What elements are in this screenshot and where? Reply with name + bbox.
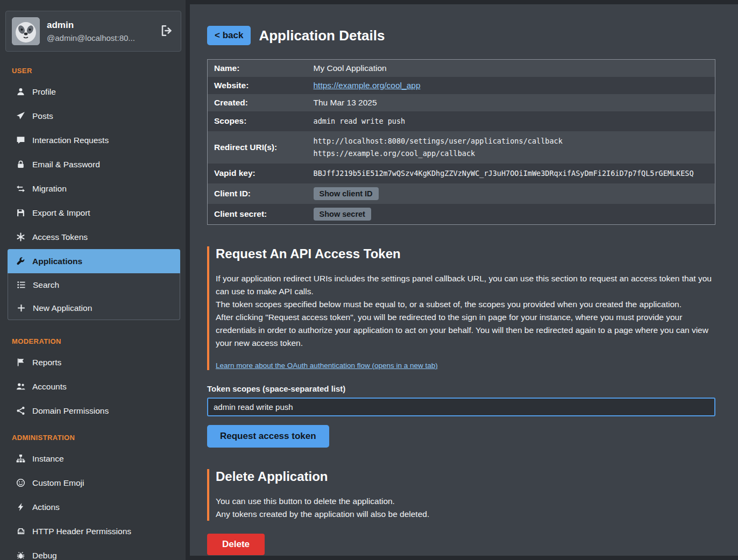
user-handle: @admin@localhost:80... [47, 33, 135, 42]
settings-sidebar: admin @admin@localhost:80... USER Profil… [0, 0, 186, 560]
network-icon [16, 527, 25, 536]
token-scopes-input[interactable] [207, 398, 715, 416]
request-token-paragraph-3: After clicking "Request access token", y… [216, 311, 715, 350]
page-title: Application Details [259, 27, 385, 44]
redirect-uri-2: https://example.org/cool_app/callback [314, 147, 709, 160]
delete-paragraph-2: Any tokens created by the application wi… [216, 508, 715, 521]
name-label: Name: [208, 60, 307, 77]
request-token-paragraph-2: The token scopes specified below must be… [216, 298, 715, 311]
section-heading-moderation: MODERATION [0, 327, 186, 350]
table-row: Redirect URI(s): http://localhost:8080/s… [208, 131, 715, 164]
table-row: Created: Thu Mar 13 2025 [208, 94, 715, 111]
sidebar-item-accounts[interactable]: Accounts [0, 374, 186, 399]
sidebar-item-custom-emoji[interactable]: Custom Emoji [0, 471, 186, 495]
wrench-icon [16, 257, 25, 266]
token-scopes-field-label: Token scopes (space-separated list) [207, 384, 715, 393]
scopes-label: Scopes: [208, 111, 307, 131]
vapid-value: BBJffJ219b5iE512m7wQSzv4KgKDhgZZVzNyWC_r… [307, 164, 715, 183]
delete-button[interactable]: Delete [207, 534, 265, 555]
app-details-table: Name: My Cool Application Website: https… [207, 59, 715, 225]
sidebar-item-access-tokens[interactable]: Access Tokens [0, 225, 186, 249]
redirect-values: http://localhost:8080/settings/user/appl… [307, 131, 715, 164]
bug-icon [16, 551, 25, 560]
sidebar-item-email-password[interactable]: Email & Password [0, 152, 186, 176]
sidebar-item-instance[interactable]: Instance [0, 446, 186, 471]
website-link[interactable]: https://example.org/cool_app [314, 81, 421, 90]
table-row: Scopes: admin read write push [208, 111, 715, 131]
sidebar-item-domain-permissions[interactable]: Domain Permissions [0, 399, 186, 423]
table-row: Website: https://example.org/cool_app [208, 77, 715, 94]
delete-application-section: Delete Application You can use this butt… [207, 469, 715, 521]
applications-submenu: Search New Application [8, 273, 180, 320]
delete-paragraph-1: You can use this button to delete the ap… [216, 495, 715, 508]
sidebar-item-new-application[interactable]: New Application [8, 296, 180, 320]
created-value: Thu Mar 13 2025 [307, 94, 715, 111]
sidebar-item-applications-search[interactable]: Search [8, 273, 180, 296]
table-row: Client ID: Show client ID [208, 183, 715, 204]
sidebar-item-reports[interactable]: Reports [0, 350, 186, 374]
plus-icon [17, 303, 26, 313]
lock-icon [16, 160, 25, 169]
sidebar-item-http-header-permissions[interactable]: HTTP Header Permissions [0, 519, 186, 543]
client-id-label: Client ID: [208, 183, 307, 204]
table-row: Client secret: Show secret [208, 204, 715, 225]
applications-nav-block: Applications Search New Application [8, 249, 180, 320]
request-token-section: Request An API Access Token If your appl… [207, 246, 715, 370]
sidebar-item-export-import[interactable]: Export & Import [0, 201, 186, 225]
delete-application-heading: Delete Application [216, 469, 715, 484]
request-token-paragraph-1: If your application redirect URIs includ… [216, 272, 715, 298]
redirect-label: Redirect URI(s): [208, 131, 307, 164]
back-button[interactable]: < back [207, 26, 251, 45]
sidebar-item-migration[interactable]: Migration [0, 176, 186, 201]
client-secret-label: Client secret: [208, 204, 307, 225]
paper-plane-icon [16, 111, 25, 120]
arrows-left-right-icon [16, 184, 25, 193]
list-icon [17, 280, 26, 289]
floppy-icon [16, 208, 25, 217]
website-label: Website: [208, 77, 307, 94]
bolt-icon [16, 502, 25, 512]
scopes-value: admin read write push [307, 111, 715, 131]
page-header: < back Application Details [207, 26, 715, 45]
sidebar-item-interaction-requests[interactable]: Interaction Requests [0, 128, 186, 152]
user-icon [16, 87, 25, 96]
smiley-icon [16, 478, 25, 487]
sidebar-item-posts[interactable]: Posts [0, 104, 186, 128]
comment-icon [16, 136, 25, 145]
show-secret-button[interactable]: Show secret [314, 208, 371, 221]
application-details-panel: < back Application Details Name: My Cool… [190, 4, 738, 556]
table-row: Vapid key: BBJffJ219b5iE512m7wQSzv4KgKDh… [208, 164, 715, 183]
sitemap-icon [16, 454, 25, 463]
created-label: Created: [208, 94, 307, 111]
show-client-id-button[interactable]: Show client ID [314, 187, 379, 200]
name-value: My Cool Application [307, 60, 715, 77]
asterisk-icon [16, 232, 25, 242]
users-icon [16, 382, 25, 391]
redirect-uri-1: http://localhost:8080/settings/user/appl… [314, 135, 709, 147]
section-heading-administration: ADMINISTRATION [0, 423, 186, 446]
sign-out-button[interactable] [160, 24, 173, 39]
oauth-learn-more-link[interactable]: Learn more about the OAuth authenticatio… [216, 361, 438, 370]
sidebar-item-applications[interactable]: Applications [8, 249, 180, 273]
sidebar-item-profile[interactable]: Profile [0, 80, 186, 104]
username: admin [47, 20, 135, 31]
sign-out-icon [160, 31, 173, 39]
share-nodes-icon [16, 406, 25, 415]
request-access-token-button[interactable]: Request access token [207, 425, 329, 448]
section-heading-user: USER [0, 65, 186, 80]
sidebar-item-debug[interactable]: Debug [0, 543, 186, 560]
table-row: Name: My Cool Application [208, 60, 715, 77]
vapid-label: Vapid key: [208, 164, 307, 183]
request-token-heading: Request An API Access Token [216, 246, 715, 261]
flag-icon [16, 358, 25, 367]
avatar [12, 17, 40, 45]
user-card[interactable]: admin @admin@localhost:80... [5, 11, 181, 52]
sidebar-item-actions[interactable]: Actions [0, 495, 186, 519]
